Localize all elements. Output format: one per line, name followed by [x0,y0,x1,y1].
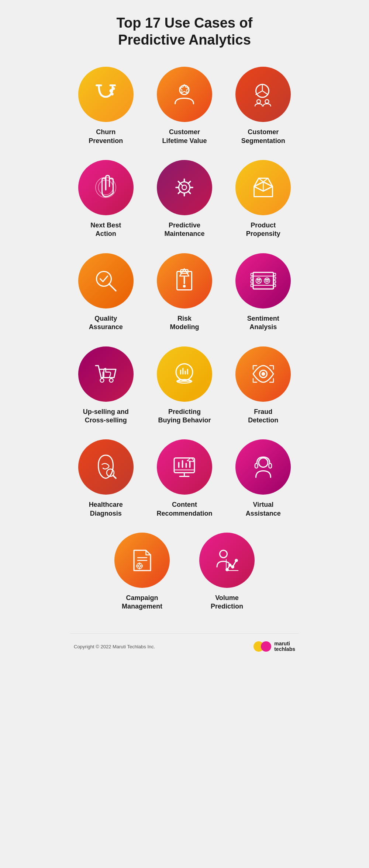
item-virtual-assistance: VirtualAssistance [228,439,299,518]
content-recommendation-icon [170,453,198,481]
svg-rect-39 [251,281,253,283]
svg-line-24 [179,192,180,194]
svg-line-21 [179,182,180,184]
logo-pink-circle [261,641,271,652]
churn-prevention-icon [92,81,120,108]
item-healthcare-diagnosis: HealthcareDiagnosis [70,439,141,518]
svg-point-48 [264,278,270,283]
upselling-crossselling-label: Up-selling andCross-selling [83,408,129,425]
svg-line-66 [113,475,116,478]
risk-modeling-icon [170,267,198,294]
item-volume-prediction: VolumePrediction [199,533,255,611]
product-propensity-icon [249,174,277,201]
svg-point-86 [220,550,227,558]
svg-point-12 [265,100,269,103]
icon-circle-virtual-assistance [235,439,291,495]
content-recommendation-label: ContentRecommendation [156,501,212,518]
item-predicting-buying-behavior: PredictingBuying Behavior [149,346,220,425]
customer-segmentation-label: CustomerSegmentation [241,128,285,145]
icon-circle-predictive-maintenance [157,160,212,215]
fraud-detection-icon [249,360,277,388]
item-fraud-detection: FraudDetection [228,346,299,425]
customer-segmentation-icon [249,81,277,108]
volume-prediction-icon [213,547,241,574]
virtual-assistance-icon [249,453,277,481]
svg-rect-38 [251,277,253,279]
risk-modeling-label: RiskModeling [170,314,199,332]
campaign-management-label: CampaignManagement [122,594,162,611]
fraud-detection-label: FraudDetection [248,408,278,425]
svg-point-54 [176,364,193,380]
campaign-management-icon [128,547,156,574]
svg-point-90 [235,559,237,561]
svg-point-75 [259,458,268,467]
footer: Copyright © 2022 Maruti Techlabs Inc. ma… [70,633,299,656]
customer-lifetime-value-icon [170,81,198,108]
icon-circle-sentiment-analysis [235,253,291,308]
svg-point-33 [183,285,185,287]
svg-rect-76 [255,463,258,468]
svg-line-10 [256,91,262,94]
svg-line-9 [262,91,268,94]
logo-text: maruti techlabs [274,641,295,652]
icon-circle-content-recommendation [157,439,212,495]
svg-line-23 [189,182,190,184]
svg-point-51 [100,379,104,382]
predictive-maintenance-label: PredictiveMaintenance [164,221,204,238]
footer-logo: maruti techlabs [254,641,295,652]
predicting-buying-behavior-label: PredictingBuying Behavior [158,408,211,425]
logo-shapes [254,641,271,652]
predictive-maintenance-icon [170,174,198,201]
svg-point-81 [138,565,140,567]
item-next-best-action: Next BestAction [70,160,141,238]
icon-circle-predicting-buying-behavior [157,346,212,402]
svg-point-49 [266,279,267,280]
next-best-action-icon [92,174,120,201]
icon-circle-quality-assurance [78,253,134,308]
item-content-recommendation: ContentRecommendation [149,439,220,518]
healthcare-diagnosis-label: HealthcareDiagnosis [89,501,123,518]
churn-prevention-label: ChurnPrevention [89,128,123,145]
bottom-row: CampaignManagement [114,533,255,611]
icon-circle-churn-prevention [78,67,134,122]
customer-lifetime-value-label: CustomerLifetime Value [162,128,207,145]
item-customer-segmentation: CustomerSegmentation [228,67,299,145]
svg-point-47 [259,279,260,280]
item-risk-modeling: RiskModeling [149,253,220,332]
svg-point-52 [110,379,113,382]
predicting-buying-behavior-icon [170,360,198,388]
copyright-text: Copyright © 2022 Maruti Techlabs Inc. [74,644,155,649]
svg-line-29 [109,284,116,291]
item-campaign-management: CampaignManagement [114,533,170,611]
item-sentiment-analysis: SentimentAnalysis [228,253,299,332]
icon-circle-risk-modeling [157,253,212,308]
svg-rect-43 [273,281,276,283]
virtual-assistance-label: VirtualAssistance [246,501,281,518]
icon-circle-fraud-detection [235,346,291,402]
icon-circle-customer-lifetime-value [157,67,212,122]
svg-point-64 [262,373,265,376]
svg-point-2 [110,89,113,92]
svg-rect-77 [269,463,272,468]
svg-rect-44 [273,285,276,287]
icon-circle-customer-segmentation [235,67,291,122]
icon-circle-next-best-action [78,160,134,215]
sentiment-analysis-label: SentimentAnalysis [247,314,279,332]
svg-point-5 [180,85,189,94]
svg-point-3 [113,87,114,89]
svg-line-22 [189,192,190,194]
icon-circle-product-propensity [235,160,291,215]
item-quality-assurance: QualityAssurance [70,253,141,332]
item-customer-lifetime-value: CustomerLifetime Value [149,67,220,145]
quality-assurance-label: QualityAssurance [89,314,123,332]
icon-circle-healthcare-diagnosis [78,439,134,495]
volume-prediction-label: VolumePrediction [211,594,243,611]
icon-circle-campaign-management [114,533,170,588]
icon-circle-upselling-crossselling [78,346,134,402]
item-upselling-crossselling: Up-selling andCross-selling [70,346,141,425]
svg-point-88 [228,564,231,566]
item-predictive-maintenance: PredictiveMaintenance [149,160,220,238]
svg-point-11 [257,100,261,103]
item-product-propensity: ProductPropensity [228,160,299,238]
upselling-crossselling-icon [92,360,120,388]
